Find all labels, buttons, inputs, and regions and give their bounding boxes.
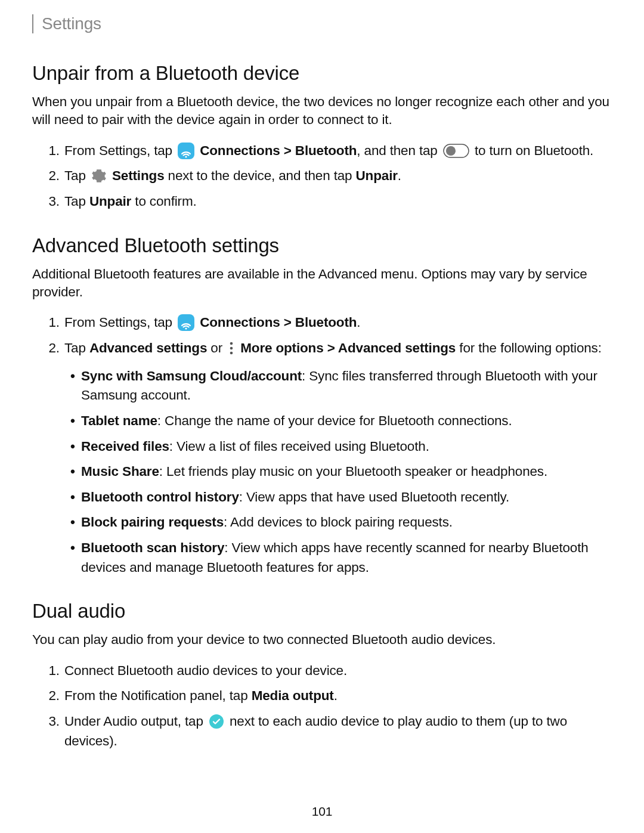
- check-circle-icon: [209, 714, 224, 729]
- advanced-intro: Additional Bluetooth features are availa…: [32, 265, 612, 302]
- heading-unpair: Unpair from a Bluetooth device: [32, 62, 612, 85]
- svg-point-5: [185, 328, 187, 330]
- unpair-intro: When you unpair from a Bluetooth device,…: [32, 93, 612, 129]
- connections-icon: [178, 314, 194, 331]
- dual-steps: Connect Bluetooth audio devices to your …: [32, 661, 612, 751]
- toggle-off-icon: [443, 144, 469, 158]
- advanced-options-list: Sync with Samsung Cloud/account: Sync fi…: [64, 367, 612, 578]
- option-block-pairing: Block pairing requests: Add devices to b…: [70, 513, 612, 532]
- unpair-step-3: Tap Unpair to confirm.: [63, 192, 612, 212]
- section-header: Settings: [32, 14, 612, 33]
- svg-point-1: [185, 156, 187, 157]
- option-scan-history: Bluetooth scan history: View which apps …: [70, 538, 612, 577]
- dual-intro: You can play audio from your device to t…: [32, 631, 612, 649]
- advanced-step-1: From Settings, tap Connections > Bluetoo…: [63, 313, 612, 333]
- option-tablet-name: Tablet name: Change the name of your dev…: [70, 411, 612, 431]
- connections-icon: [178, 143, 194, 159]
- dual-step-2: From the Notification panel, tap Media o…: [63, 686, 612, 706]
- option-control-history: Bluetooth control history: View apps tha…: [70, 488, 612, 507]
- section-header-text: Settings: [42, 14, 612, 33]
- dual-step-1: Connect Bluetooth audio devices to your …: [63, 661, 612, 681]
- svg-point-8: [230, 352, 233, 355]
- advanced-steps: From Settings, tap Connections > Bluetoo…: [32, 313, 612, 577]
- heading-advanced: Advanced Bluetooth settings: [32, 234, 612, 257]
- heading-dual-audio: Dual audio: [32, 600, 612, 623]
- unpair-step-2: Tap Settings next to the device, and the…: [63, 166, 612, 186]
- unpair-step-1: From Settings, tap Connections > Bluetoo…: [63, 141, 612, 161]
- svg-point-3: [446, 146, 456, 156]
- option-music-share: Music Share: Let friends play music on y…: [70, 462, 612, 482]
- advanced-step-2: Tap Advanced settings or More options > …: [63, 339, 612, 577]
- more-options-icon: [228, 340, 235, 356]
- gear-icon: [91, 168, 107, 184]
- unpair-steps: From Settings, tap Connections > Bluetoo…: [32, 141, 612, 212]
- option-sync-cloud: Sync with Samsung Cloud/account: Sync fi…: [70, 367, 612, 405]
- page-number: 101: [32, 804, 612, 819]
- dual-step-3: Under Audio output, tap next to each aud…: [63, 712, 612, 751]
- svg-point-7: [230, 347, 233, 350]
- svg-point-6: [230, 342, 233, 345]
- option-received-files: Received files: View a list of files rec…: [70, 437, 612, 457]
